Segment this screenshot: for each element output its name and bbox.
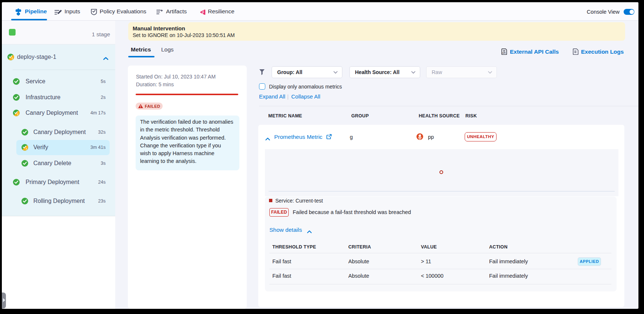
svg-text:API: API <box>502 52 506 54</box>
